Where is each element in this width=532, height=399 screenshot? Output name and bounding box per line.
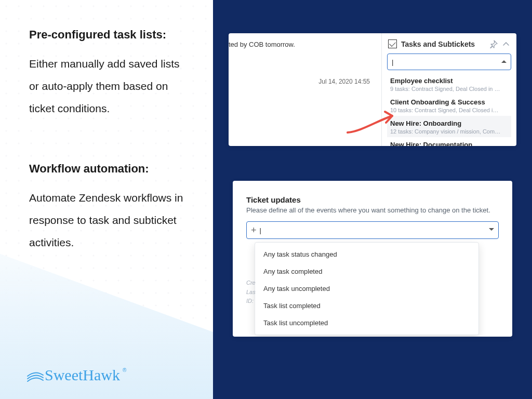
feature-title: Pre-configured task lists: [29,27,187,43]
section-description: Please define all of the events where yo… [246,206,499,214]
ticket-updates-card: Ticket updates Please define all of the … [233,181,512,337]
events-dropdown: Any task status changed Any task complet… [255,242,479,335]
chevron-up-icon[interactable] [502,40,510,48]
chevron-up-icon [501,60,507,63]
plus-icon: + [251,225,257,235]
message-fragment: ted by COB tomorrow. [229,41,372,48]
feature-body: Automate Zendesk workflows in response t… [29,187,187,254]
combobox-cursor: | [392,58,393,66]
event-option[interactable]: Any task status changed [255,246,478,263]
pin-icon[interactable] [489,40,498,48]
task-list-option[interactable]: New Hire: Documentation [387,137,511,146]
task-list-option[interactable]: New Hire: Onboarding 12 tasks: Company v… [387,116,511,137]
task-list-combobox[interactable]: | [387,54,511,70]
events-combobox[interactable]: + | [246,221,499,239]
timestamp: Jul 14, 2020 14:55 [318,78,370,85]
combobox-cursor: | [260,227,261,234]
brand-wordmark: SweetHawk [45,366,120,383]
feature-block-2: Workflow automation: Automate Zendesk wo… [29,161,187,254]
event-option[interactable]: Task list uncompleted [255,314,478,331]
feature-body: Either manually add saved lists or auto-… [29,52,187,119]
section-heading: Ticket updates [246,195,499,204]
task-list-dropdown: Employee checklist 9 tasks: Contract Sig… [387,73,511,146]
tasks-subtickets-panel: ted by COB tomorrow. Jul 14, 2020 14:55 … [229,33,516,146]
brand-logo: SweetHawk ® [26,365,130,385]
task-list-option[interactable]: Employee checklist 9 tasks: Contract Sig… [387,73,511,95]
event-option[interactable]: Task list completed [255,297,478,314]
event-option[interactable]: Any task uncompleted [255,280,478,297]
feature-title: Workflow automation: [29,161,187,177]
checkbox-icon [388,39,397,48]
event-option[interactable]: Any task completed [255,263,478,280]
chevron-up-icon [489,228,494,231]
record-meta: Cre Las ID: [246,278,256,306]
task-list-option[interactable]: Client Onboarding & Success 10 tasks: Co… [387,95,511,116]
svg-text:®: ® [123,367,127,373]
panel-title: Tasks and Subtickets [401,40,475,48]
feature-block-1: Pre-configured task lists: Either manual… [29,27,187,119]
